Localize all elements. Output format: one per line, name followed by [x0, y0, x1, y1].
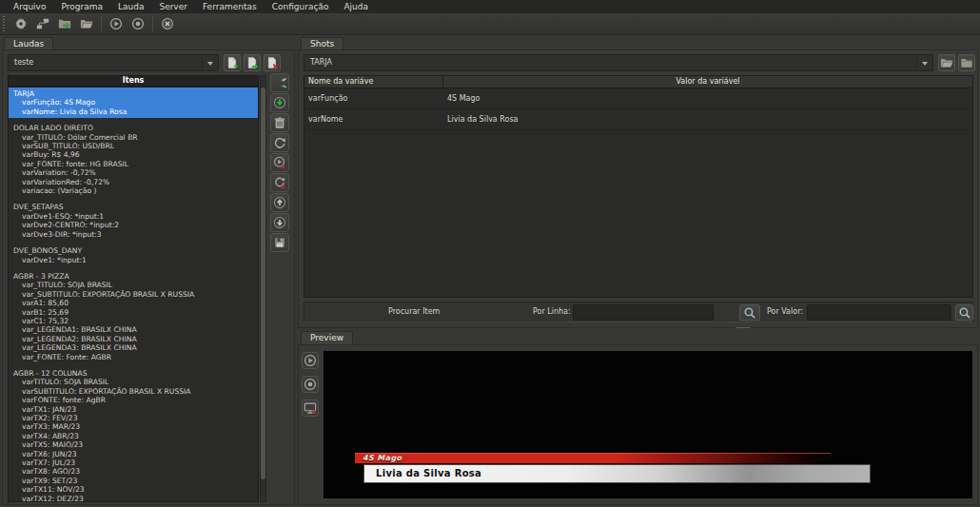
revert-icon [273, 76, 286, 89]
move-down-button[interactable] [270, 213, 289, 232]
list-item-variable: varNome: Livia da Silva Rosa [9, 107, 258, 116]
search-by-value-button[interactable] [955, 304, 973, 321]
tab-laudas[interactable]: Laudas [4, 37, 53, 50]
list-item-variable: varDve2-CENTRO: *input:2 [9, 221, 258, 229]
splitter-handle[interactable] [735, 327, 751, 329]
connect-server-button[interactable] [33, 14, 52, 33]
list-item-variable: varTX5: MAIO/23 [9, 440, 258, 449]
col-variable-value[interactable]: Valor da variável [443, 76, 972, 88]
items-scrollbar[interactable] [260, 75, 266, 502]
menu-item-programa[interactable]: Programa [53, 0, 110, 13]
download-icon [273, 96, 286, 109]
toolbar-separator [101, 16, 102, 31]
list-item-variable: varTX3: MAR/23 [9, 422, 258, 431]
new-lauda-button[interactable] [224, 54, 241, 71]
download-button[interactable] [270, 93, 289, 112]
search-by-line-button[interactable] [739, 304, 760, 321]
play-icon [304, 354, 317, 367]
shot-select[interactable]: TARJA [304, 54, 933, 71]
menu-item-ferramentas[interactable]: Ferramentas [195, 0, 265, 13]
items-side-toolbar [270, 73, 289, 252]
variable-name-cell: varNome [304, 109, 443, 129]
menu-item-arquivo[interactable]: Arquivo [6, 0, 53, 13]
list-item-variable: varTX1: JAN/23 [9, 405, 258, 414]
toolbar-grip-handle[interactable] [2, 16, 7, 31]
shots-folder-button[interactable] [958, 54, 975, 71]
toolbar-separator [152, 16, 153, 31]
list-item-variable: varTITULO: SOJA BRASIL [9, 378, 258, 386]
list-item-variable: var_TITULO: SOJA BRASIL [9, 281, 258, 289]
doc-delete-icon [265, 56, 279, 69]
sync-remove-icon [273, 176, 286, 189]
gear-icon [14, 17, 28, 30]
preview-clear-button[interactable] [302, 400, 319, 417]
refresh-icon [273, 136, 286, 149]
sync-cancel-button[interactable] [270, 173, 289, 192]
refresh-button[interactable] [270, 133, 289, 152]
tab-shots[interactable]: Shots [301, 37, 343, 50]
add-lauda-button[interactable] [244, 54, 261, 71]
list-item-variable: varTX7: JUL/23 [9, 458, 258, 467]
search-title: Procurar Item [388, 307, 440, 316]
record-button[interactable] [128, 14, 147, 33]
list-item[interactable]: AGBR - 3 PIZZAvar_TITULO: SOJA BRASILvar… [9, 270, 258, 363]
table-row[interactable]: varNomeLivia da Silva Rosa [304, 109, 972, 130]
folder-import-icon [58, 17, 71, 30]
chevron-down-icon [922, 62, 928, 66]
arrow-up-icon [273, 196, 286, 209]
delete-lauda-button[interactable] [264, 54, 281, 71]
load-shot-button[interactable] [938, 54, 955, 71]
arrow-down-icon [273, 216, 286, 229]
list-item[interactable]: DVE_SETAPASvarDve1-ESQ: *input:1varDve2-… [9, 201, 258, 241]
delete-button[interactable] [270, 113, 289, 132]
col-variable-name[interactable]: Nome da variáve [304, 76, 443, 88]
by-value-input[interactable] [807, 304, 951, 321]
menu-item-ajuda[interactable]: Ajuda [336, 0, 376, 13]
workflow-icon [36, 17, 49, 30]
list-item-variable: var_SUBTITULO: EXPORTAÇÃO BRASIL X RUSSI… [9, 290, 258, 299]
list-item[interactable]: DOLAR LADO DIREITOvar_TITULO: Dólar Come… [9, 122, 258, 197]
list-item-title: TARJA [9, 89, 258, 98]
settings-button[interactable] [11, 14, 30, 33]
list-item[interactable]: TARJAvarFunção: 4S MagovarNome: Livia da… [9, 88, 258, 118]
preview-play-button[interactable] [302, 352, 319, 369]
move-up-button[interactable] [270, 193, 289, 212]
preview-canvas: 4S Mago Livia da Silva Rosa [323, 351, 972, 498]
list-item[interactable]: DVE_BONOS_DANYvarDve1: *input:1 [9, 244, 258, 266]
folder-open-icon [80, 17, 93, 30]
open-import-button[interactable] [55, 14, 74, 33]
items-list[interactable]: TARJAvarFunção: 4S MagovarNome: Livia da… [8, 87, 259, 502]
revert-button[interactable] [270, 73, 289, 92]
save-button[interactable] [270, 233, 289, 252]
play-cancel-button[interactable] [270, 153, 289, 172]
list-item-variable: varFONTE: fonte: AgBR [9, 396, 258, 404]
list-item-variable: varTX9: SET/23 [9, 477, 258, 485]
main-toolbar [0, 13, 980, 35]
variable-value-cell: 4S Mago [443, 88, 972, 108]
by-line-input[interactable] [573, 304, 714, 321]
menu-item-configuração[interactable]: Configuração [265, 0, 337, 13]
preview-record-button[interactable] [302, 376, 319, 393]
list-item-variable: varVariation: -0,72% [9, 168, 258, 177]
variables-table-body: varFunção4S MagovarNomeLivia da Silva Ro… [304, 88, 972, 130]
table-row[interactable]: varFunção4S Mago [304, 88, 972, 109]
list-item-variable: varTX11: NOV/23 [9, 485, 258, 494]
items-scrollbar-thumb[interactable] [261, 88, 265, 479]
menu-item-lauda[interactable]: Lauda [110, 0, 151, 13]
start-button[interactable] [107, 14, 126, 33]
lauda-select[interactable]: teste [8, 54, 219, 71]
list-item-variable: varDve1: *input:1 [9, 256, 258, 264]
close-icon [161, 17, 174, 30]
list-item-variable: varVariationRed: -0,72% [9, 178, 258, 186]
stop-button[interactable] [158, 14, 177, 33]
list-item-variable: varFunção: 4S Mago [9, 98, 258, 107]
list-item[interactable]: AGBR - 12 COLUNASvarTITULO: SOJA BRASILv… [9, 367, 258, 502]
search-bar: Procurar Item Por Linha: Por Valor: [304, 302, 973, 322]
menu-item-server[interactable]: Server [151, 0, 195, 13]
open-folder-button[interactable] [77, 14, 96, 33]
tab-preview[interactable]: Preview [301, 331, 353, 344]
variables-table: Nome da variáve Valor da variável varFun… [304, 75, 973, 298]
folder-closed-icon [960, 56, 973, 69]
play-remove-icon [273, 156, 286, 169]
list-item-variable: varSUB_TITULO: USD/BRL [9, 142, 258, 150]
